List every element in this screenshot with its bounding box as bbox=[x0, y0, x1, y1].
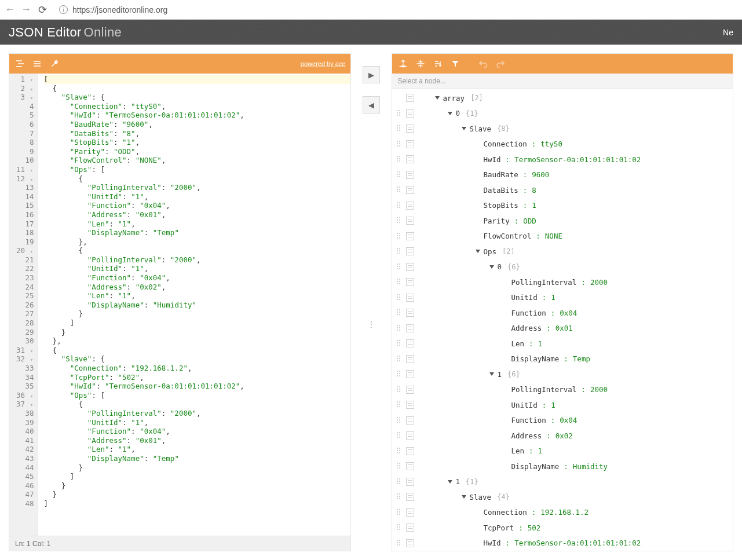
app-header: JSON EditorOnline Ne bbox=[0, 20, 742, 45]
app-title: JSON EditorOnline bbox=[9, 25, 122, 40]
app-title-light: Online bbox=[84, 25, 122, 39]
browser-toolbar: ← → ⟳ i https://jsoneditoronline.org bbox=[0, 0, 742, 20]
nav-forward-icon[interactable]: → bbox=[21, 3, 31, 16]
page-url: https://jsoneditoronline.org bbox=[72, 5, 167, 14]
address-bar[interactable]: i https://jsoneditoronline.org bbox=[53, 2, 737, 17]
app-title-strong: JSON Editor bbox=[9, 25, 82, 39]
nav-back-icon[interactable]: ← bbox=[5, 3, 15, 16]
nav-reload-icon[interactable]: ⟳ bbox=[37, 3, 47, 16]
menu-item[interactable]: Ne bbox=[723, 28, 733, 37]
site-info-icon[interactable]: i bbox=[59, 5, 68, 14]
